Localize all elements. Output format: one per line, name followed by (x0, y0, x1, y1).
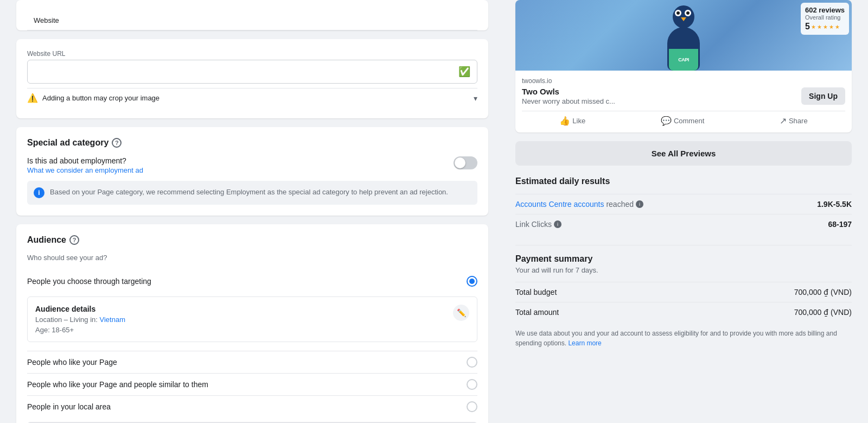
share-label: Share (789, 117, 808, 125)
estimated-title: Estimated daily results (515, 176, 852, 186)
reached-label: reached (606, 200, 634, 209)
audience-subtitle: Who should see your ad? (27, 254, 477, 262)
audience-details-age: Age: 18-65+ (35, 326, 125, 334)
special-ad-help-icon[interactable]: ? (112, 138, 122, 148)
accounts-centre-link[interactable]: Accounts Centre accounts (515, 200, 604, 209)
star-1: ★ (811, 24, 816, 30)
audience-option-4-label: People in your local area (27, 402, 111, 411)
star-4: ★ (829, 24, 834, 30)
warning-text: Adding a button may crop your image (42, 94, 159, 102)
audience-option-4[interactable]: People in your local area (27, 395, 477, 418)
employment-label: Is this ad about employment? (27, 156, 143, 165)
total-amount-value: 700,000 ₫ (VND) (794, 308, 852, 317)
star-2: ★ (817, 24, 822, 30)
accounts-info-icon[interactable]: i (636, 200, 643, 208)
audience-details-location: Location – Living in: Vietnam (35, 315, 125, 324)
employment-link[interactable]: What we consider an employment ad (27, 166, 143, 174)
share-icon: ↗ (780, 116, 787, 126)
overall-rating-label: Overall rating (805, 14, 845, 21)
audience-details-title: Audience details (35, 305, 125, 313)
like-icon: 👍 (559, 116, 570, 126)
learn-more-link[interactable]: Learn more (568, 339, 601, 347)
preview-info: twoowls.io Two Owls Never worry about mi… (515, 71, 852, 132)
total-budget-label: Total budget (515, 288, 557, 296)
audience-option-2-label: People who like your Page (27, 358, 117, 367)
payment-section: Payment summary Your ad will run for 7 d… (515, 245, 852, 348)
total-amount-row: Total amount 700,000 ₫ (VND) (515, 302, 852, 322)
star-5: ★ (835, 24, 840, 30)
link-clicks-label: Link Clicks (515, 220, 552, 229)
preview-description: Never worry about missed c... (522, 97, 615, 105)
audience-option-1-label: People you choose through targeting (27, 277, 151, 286)
star-3: ★ (823, 24, 828, 30)
total-budget-value: 700,000 ₫ (VND) (794, 288, 852, 296)
audience-option-4-radio[interactable] (467, 401, 477, 412)
employment-toggle[interactable] (454, 156, 477, 169)
reviews-count: 602 reviews (805, 6, 845, 14)
payment-title: Payment summary (515, 254, 852, 264)
accounts-row: Accounts Centre accounts reached i 1.9K-… (515, 194, 852, 214)
owl-illustration: CAPI (662, 5, 705, 71)
audience-option-3-radio[interactable] (467, 379, 477, 390)
url-check-icon: ✅ (458, 66, 470, 78)
share-action[interactable]: ↗ Share (780, 116, 808, 126)
accounts-value: 1.9K-5.5K (817, 200, 852, 209)
preview-page-name: Two Owls (522, 87, 615, 96)
website-url-label: Website URL (27, 50, 477, 58)
estimated-results-section: Estimated daily results Accounts Centre … (515, 176, 852, 234)
ad-preview-card: CAPI 602 reviews Overall rating 5 ★ (515, 0, 852, 132)
comment-action[interactable]: 💬 Comment (661, 116, 704, 126)
signup-button[interactable]: Sign Up (801, 87, 845, 105)
preview-domain: twoowls.io (522, 77, 845, 85)
audience-option-1[interactable]: People you choose through targeting (27, 270, 477, 292)
total-amount-label: Total amount (515, 308, 559, 317)
info-text: Based on your Page category, we recommen… (50, 187, 448, 197)
data-notice: We use data about you and your ad accoun… (515, 329, 852, 348)
link-clicks-row: Link Clicks i 68-197 (515, 214, 852, 234)
audience-option-1-radio[interactable] (467, 276, 477, 287)
see-all-previews-button[interactable]: See All Previews (515, 141, 852, 166)
audience-option-3-label: People who like your Page and people sim… (27, 380, 208, 389)
link-clicks-value: 68-197 (828, 220, 852, 229)
warning-icon: ⚠️ (27, 93, 38, 103)
comment-icon: 💬 (661, 116, 672, 126)
rating-number: 5 (805, 22, 810, 31)
audience-help-icon[interactable]: ? (69, 235, 79, 245)
audience-edit-icon[interactable]: ✏️ (453, 305, 469, 321)
special-ad-title: Special ad category (27, 138, 108, 148)
audience-option-2-radio[interactable] (467, 357, 477, 368)
audience-option-2[interactable]: People who like your Page (27, 351, 477, 373)
like-label: Like (572, 117, 585, 125)
comment-label: Comment (674, 117, 704, 125)
preview-image: CAPI 602 reviews Overall rating 5 ★ (515, 0, 852, 71)
reviews-overlay: 602 reviews Overall rating 5 ★ ★ ★ ★ ★ (801, 3, 849, 35)
audience-title: Audience (27, 235, 66, 245)
link-clicks-info-icon[interactable]: i (554, 220, 561, 228)
stars-row: 5 ★ ★ ★ ★ ★ (805, 22, 845, 31)
chevron-down-icon[interactable]: ▾ (474, 94, 477, 103)
payment-subtitle: Your ad will run for 7 days. (515, 266, 852, 274)
website-url-input[interactable]: twoowls.io (34, 67, 458, 76)
info-icon: i (34, 187, 44, 198)
like-action[interactable]: 👍 Like (559, 116, 585, 126)
audience-details-box: Audience details Location – Living in: V… (27, 296, 477, 342)
audience-option-3[interactable]: People who like your Page and people sim… (27, 373, 477, 395)
total-budget-row: Total budget 700,000 ₫ (VND) (515, 282, 852, 302)
website-label: Website (27, 11, 477, 30)
